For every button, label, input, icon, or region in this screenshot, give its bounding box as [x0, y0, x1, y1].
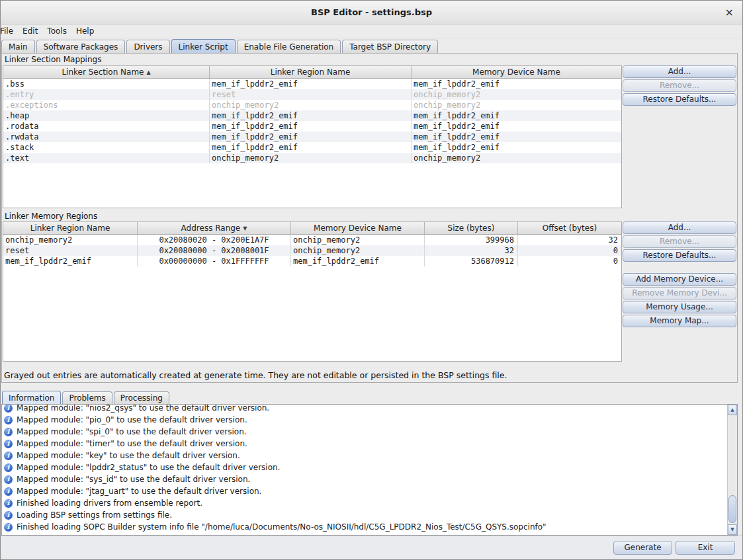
table-cell: mem_if_lpddr2_emif [412, 79, 621, 89]
column-header-offset-bytes[interactable]: Offset (bytes) [518, 222, 621, 234]
table-cell: .bss [3, 79, 210, 89]
table-cell: mem_if_lpddr2_emif [412, 121, 621, 132]
memory-regions-buttons: Add...Remove...Restore Defaults...Add Me… [623, 221, 736, 329]
regions-memory-map[interactable]: Memory Map... [623, 315, 736, 327]
table-row[interactable]: .rwdatamem_if_lpddr2_emifmem_if_lpddr2_e… [3, 132, 621, 142]
info-icon: i [4, 487, 13, 496]
log-message: Finished loading drivers from ensemble r… [17, 499, 202, 508]
table-row[interactable]: .exceptionsonchip_memory2onchip_memory2 [3, 100, 621, 110]
grayed-entries-note: Grayed out entries are automatically cre… [4, 370, 507, 380]
tab-enable-file-generation[interactable]: Enable File Generation [237, 40, 341, 53]
table-row[interactable]: .bssmem_if_lpddr2_emifmem_if_lpddr2_emif [3, 79, 621, 89]
mappings-add[interactable]: Add... [623, 65, 736, 78]
table-cell: 0x20080020 - 0x200E1A7F [138, 235, 291, 245]
section-mappings-table: Linker Section Name▲Linker Region NameMe… [3, 65, 622, 208]
memory-regions-header: Linker Region NameAddress Range▼Memory D… [3, 222, 621, 235]
info-icon: i [4, 416, 13, 424]
table-row[interactable]: .rodatamem_if_lpddr2_emifmem_if_lpddr2_e… [3, 121, 621, 132]
console-panel: iMapped module: "nios2_qsys" to use the … [1, 404, 738, 536]
regions-add[interactable]: Add... [623, 221, 736, 234]
log-message: Mapped module: "pio_0" to use the defaul… [17, 415, 247, 424]
menu-bar: FileEditToolsHelp [1, 25, 742, 38]
table-cell: 536870912 [425, 256, 518, 266]
column-header-address-range[interactable]: Address Range▼ [138, 222, 291, 234]
scroll-up-icon[interactable]: ▲ [728, 405, 737, 415]
log-message: Loading BSP settings from settings file. [17, 510, 172, 520]
table-cell: 0x00000000 - 0x1FFFFFFF [138, 256, 291, 266]
tab-target-bsp-directory[interactable]: Target BSP Directory [342, 40, 438, 53]
scrollbar-thumb[interactable] [728, 495, 736, 523]
section-mappings-title: Linker Section Mappings [5, 55, 101, 64]
menu-help[interactable]: Help [71, 25, 99, 38]
table-row[interactable]: onchip_memory20x20080020 - 0x200E1A7Fonc… [3, 235, 621, 245]
column-header-linker-region-name[interactable]: Linker Region Name [210, 66, 412, 78]
console-tab-information[interactable]: Information [2, 391, 61, 404]
mappings-restore-defaults[interactable]: Restore Defaults... [623, 93, 736, 106]
close-icon[interactable]: × [725, 7, 734, 18]
tab-linker-script[interactable]: Linker Script [171, 39, 236, 53]
information-log: iMapped module: "nios2_qsys" to use the … [2, 404, 727, 535]
table-row[interactable]: mem_if_lpddr2_emif0x00000000 - 0x1FFFFFF… [3, 256, 621, 266]
table-row[interactable]: .stackmem_if_lpddr2_emifmem_if_lpddr2_em… [3, 142, 621, 153]
console-tab-problems[interactable]: Problems [62, 391, 112, 404]
footer-bar: Generate Exit [1, 536, 742, 559]
table-row[interactable]: .heapmem_if_lpddr2_emifmem_if_lpddr2_emi… [3, 110, 621, 121]
regions-remove-memory-devi: Remove Memory Devi... [623, 287, 736, 300]
table-cell: 0 [518, 245, 621, 256]
column-header-memory-device-name[interactable]: Memory Device Name [291, 222, 425, 234]
window-title: BSP Editor - settings.bsp [311, 7, 432, 17]
table-cell: .text [3, 153, 210, 163]
table-row[interactable]: .textonchip_memory2onchip_memory2 [3, 153, 621, 163]
table-cell: mem_if_lpddr2_emif [412, 110, 621, 121]
table-cell: onchip_memory2 [210, 153, 412, 163]
menu-tools[interactable]: Tools [42, 25, 71, 38]
log-message: Mapped module: "nios2_qsys" to use the d… [17, 404, 269, 413]
column-header-linker-region-name[interactable]: Linker Region Name [3, 222, 138, 234]
generate-button[interactable]: Generate [613, 541, 672, 555]
tab-software-packages[interactable]: Software Packages [36, 40, 126, 53]
table-cell: 32 [518, 235, 621, 245]
console-tab-bar: InformationProblemsProcessing [2, 391, 171, 404]
log-message: Finished loading SOPC Builder system inf… [17, 522, 546, 532]
column-header-size-bytes[interactable]: Size (bytes) [425, 222, 518, 234]
log-message: Mapped module: "spi_0" to use the defaul… [17, 427, 247, 436]
log-line: iMapped module: "sys_id" to use the defa… [4, 473, 727, 485]
regions-remove: Remove... [623, 235, 736, 248]
regions-add-memory-device[interactable]: Add Memory Device... [623, 273, 736, 286]
table-row[interactable]: .entryresetonchip_memory2 [3, 89, 621, 100]
tab-drivers[interactable]: Drivers [126, 40, 169, 53]
table-cell: onchip_memory2 [291, 245, 425, 256]
table-cell: onchip_memory2 [412, 153, 621, 163]
table-cell: .rodata [3, 121, 210, 132]
memory-regions-title: Linker Memory Regions [5, 212, 97, 221]
menu-edit[interactable]: Edit [18, 25, 42, 38]
memory-regions-body: onchip_memory20x20080020 - 0x200E1A7Fonc… [3, 235, 621, 266]
menu-file[interactable]: File [0, 25, 18, 38]
tab-main[interactable]: Main [1, 40, 35, 53]
section-mappings-header: Linker Section Name▲Linker Region NameMe… [3, 66, 621, 79]
table-row[interactable]: reset0x20080000 - 0x2008001Fonchip_memor… [3, 245, 621, 256]
log-line: iMapped module: "spi_0" to use the defau… [4, 426, 727, 438]
table-cell: 0x20080000 - 0x2008001F [138, 245, 291, 256]
info-icon: i [4, 475, 13, 484]
table-cell: mem_if_lpddr2_emif [210, 132, 412, 142]
console-tab-processing[interactable]: Processing [114, 391, 169, 404]
scroll-down-icon[interactable]: ▼ [728, 524, 737, 535]
log-message: Mapped module: "timer" to use the defaul… [17, 439, 247, 448]
table-cell: mem_if_lpddr2_emif [3, 256, 138, 266]
table-cell: mem_if_lpddr2_emif [210, 121, 412, 132]
info-icon: i [4, 499, 13, 508]
main-tab-bar: MainSoftware PackagesDriversLinker Scrip… [1, 38, 742, 53]
table-cell: onchip_memory2 [291, 235, 425, 245]
info-icon: i [4, 452, 13, 460]
log-line: iFinished loading drivers from ensemble … [4, 497, 727, 509]
regions-memory-usage[interactable]: Memory Usage... [623, 301, 736, 313]
column-header-linker-section-name[interactable]: Linker Section Name▲ [3, 66, 210, 78]
table-cell: mem_if_lpddr2_emif [210, 110, 412, 121]
column-header-memory-device-name[interactable]: Memory Device Name [412, 66, 621, 78]
table-cell: .heap [3, 110, 210, 121]
table-cell: .rwdata [3, 132, 210, 142]
regions-restore-defaults[interactable]: Restore Defaults... [623, 249, 736, 262]
exit-button[interactable]: Exit [676, 541, 735, 555]
log-scrollbar[interactable]: ▲ ▼ [727, 405, 737, 535]
